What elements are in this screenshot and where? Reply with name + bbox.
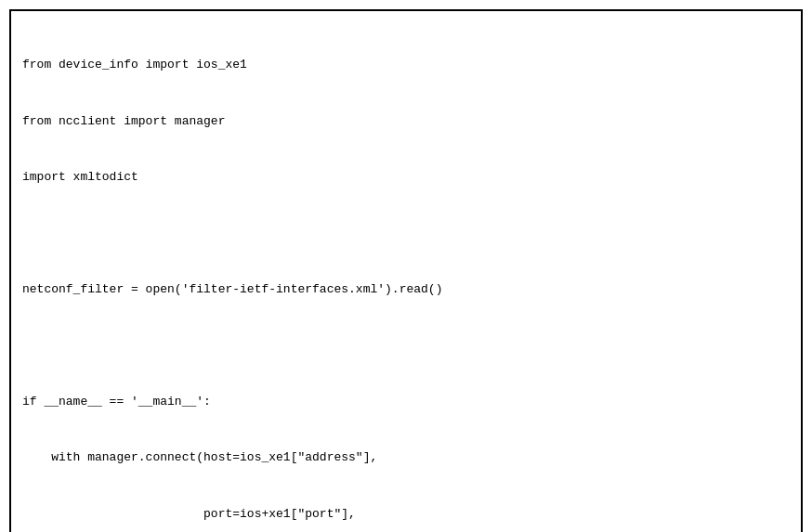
code-line-9: port=ios+xe1["port"], bbox=[22, 505, 790, 524]
code-line-4 bbox=[22, 225, 790, 243]
code-line-2: from ncclient import manager bbox=[22, 112, 790, 131]
code-editor: from device_info import ios_xe1 from ncc… bbox=[9, 9, 803, 532]
code-line-1: from device_info import ios_xe1 bbox=[22, 56, 790, 74]
code-line-5: netconf_filter = open('filter-ietf-inter… bbox=[22, 280, 790, 299]
code-line-7: if __name__ == '__main__': bbox=[22, 393, 790, 411]
code-line-3: import xmltodict bbox=[22, 168, 790, 187]
code-line-8: with manager.connect(host=ios_xe1["addre… bbox=[22, 448, 790, 467]
code-line-6 bbox=[22, 336, 790, 355]
